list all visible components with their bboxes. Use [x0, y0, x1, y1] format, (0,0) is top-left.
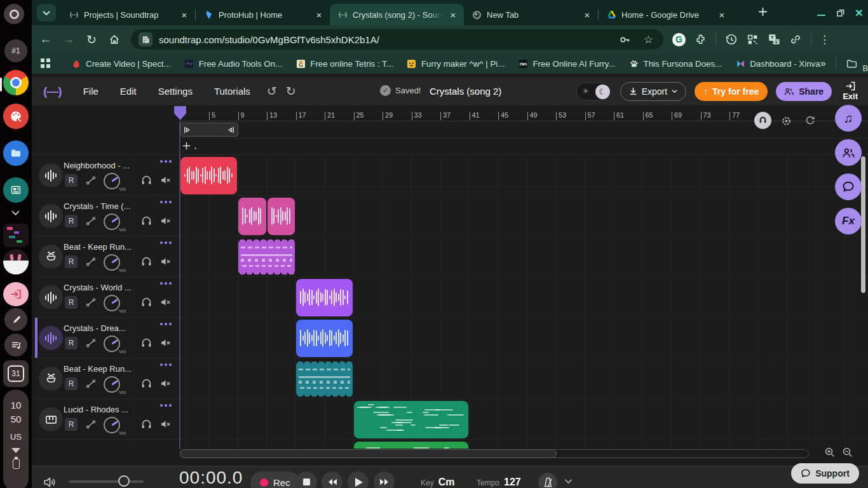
track-menu-button[interactable]: [160, 160, 172, 163]
reload-button[interactable]: ↻: [83, 32, 100, 47]
undo-button[interactable]: ↺: [267, 84, 277, 98]
playlist-icon[interactable]: [4, 334, 27, 356]
track-row[interactable]: Beat - Keep Run...RVol: [35, 236, 180, 277]
bookmarks-overflow-icon[interactable]: »: [820, 58, 825, 69]
export-button[interactable]: Export: [620, 82, 686, 101]
clip-audio[interactable]: [268, 198, 295, 235]
url-text[interactable]: soundtrap.com/studio/0GvMgBGfTv6sh5xhDK2…: [159, 34, 611, 45]
track-menu-button[interactable]: [160, 241, 172, 244]
track-volume-knob[interactable]: Vol: [104, 254, 120, 271]
collaborators-panel-button[interactable]: [835, 139, 862, 166]
track-menu-button[interactable]: [160, 363, 172, 366]
track-automation-button[interactable]: [86, 379, 96, 389]
chrome-icon[interactable]: [3, 70, 29, 95]
timeline-grid[interactable]: [180, 154, 868, 449]
rewind-button[interactable]: [322, 471, 342, 488]
tempo-selector[interactable]: Tempo127: [477, 477, 521, 488]
support-button[interactable]: Support: [791, 463, 859, 484]
track-row[interactable]: Crystals - Time (...RVol: [35, 196, 180, 236]
track-name[interactable]: Beat - Keep Run...: [64, 242, 132, 252]
window-minimize-button[interactable]: [817, 10, 825, 17]
tab-close-button[interactable]: ×: [581, 9, 593, 20]
track-instrument-button[interactable]: [39, 326, 63, 350]
track-mute-button[interactable]: [160, 297, 171, 308]
bookmark-star-icon[interactable]: ☆: [644, 33, 653, 46]
fast-forward-button[interactable]: [374, 471, 395, 488]
track-automation-button[interactable]: [86, 175, 96, 186]
bookmark-item[interactable]: This Fursona Does...: [629, 58, 722, 69]
grammarly-extension-icon[interactable]: G: [672, 33, 686, 46]
menu-tutorials[interactable]: Tutorials: [214, 86, 250, 97]
history-icon[interactable]: [725, 33, 738, 46]
track-row[interactable]: Lucid - Rhodes ...RVol: [35, 399, 180, 440]
home-button[interactable]: [105, 34, 123, 45]
bookmark-item[interactable]: Create Video | Spect...: [71, 58, 171, 69]
window-thumbnail-icon[interactable]: [3, 224, 29, 247]
track-solo-headphones-button[interactable]: [141, 256, 152, 267]
bookmark-item[interactable]: Free Audio Tools On...: [184, 58, 283, 69]
track-automation-button[interactable]: [86, 338, 96, 348]
loop-region[interactable]: [180, 123, 238, 137]
track-name[interactable]: Neighborhood - ...: [64, 161, 130, 170]
zoom-out-button[interactable]: [842, 447, 853, 458]
track-record-arm-button[interactable]: R: [65, 337, 78, 349]
all-bookmarks-button[interactable]: All Bookmarks: [846, 54, 868, 73]
track-mute-button[interactable]: [160, 378, 171, 389]
browser-menu-icon[interactable]: ⋮: [819, 33, 830, 46]
track-volume-knob[interactable]: Vol: [104, 295, 120, 311]
menu-file[interactable]: File: [83, 86, 98, 97]
project-title[interactable]: Crystals (song 2): [430, 86, 501, 97]
tab-close-button[interactable]: ×: [447, 9, 459, 20]
track-volume-knob[interactable]: Vol: [104, 173, 120, 189]
add-track-button[interactable]: [182, 141, 191, 151]
news-app-icon[interactable]: [3, 177, 29, 203]
logout-icon[interactable]: [3, 282, 29, 306]
horizontal-scrollbar[interactable]: [180, 449, 809, 458]
chat-panel-button[interactable]: [835, 173, 862, 200]
track-record-arm-button[interactable]: R: [65, 215, 78, 227]
bookmark-item[interactable]: ZMOFree Online AI Furry...: [518, 58, 615, 69]
track-automation-button[interactable]: [86, 257, 96, 267]
track-mute-button[interactable]: [160, 337, 171, 348]
browser-tab[interactable]: New Tab×: [464, 4, 598, 25]
window-restore-button[interactable]: [836, 8, 845, 18]
window-close-button[interactable]: ×: [855, 8, 863, 18]
track-mute-button[interactable]: [160, 175, 171, 186]
speaker-icon[interactable]: [43, 475, 57, 488]
track-name[interactable]: Crystals - Time (...: [64, 201, 130, 211]
translate-icon[interactable]: [768, 33, 780, 46]
paint-app-icon[interactable]: [3, 104, 29, 129]
clip-loop[interactable]: [296, 360, 353, 398]
pen-tool-icon[interactable]: [4, 308, 27, 331]
stop-button[interactable]: [296, 471, 317, 488]
link-icon[interactable]: [789, 33, 802, 46]
workspace-badge[interactable]: #1: [4, 39, 27, 62]
theme-toggle[interactable]: ☀ ☾: [576, 83, 612, 100]
files-app-icon[interactable]: [3, 140, 29, 166]
track-solo-headphones-button[interactable]: [141, 378, 152, 389]
album-art-icon[interactable]: [3, 249, 29, 274]
track-menu-button[interactable]: [160, 201, 172, 203]
track-menu-button[interactable]: [160, 282, 172, 285]
browser-tab[interactable]: (—)Crystals (song 2) - Soundtra×: [330, 4, 464, 25]
track-record-arm-button[interactable]: R: [65, 296, 78, 309]
tab-search-button[interactable]: [37, 4, 56, 22]
extensions-puzzle-icon[interactable]: [695, 34, 707, 46]
play-button[interactable]: [348, 471, 369, 488]
track-automation-button[interactable]: [86, 216, 96, 226]
track-record-arm-button[interactable]: R: [65, 255, 78, 268]
track-instrument-button[interactable]: [39, 407, 63, 431]
loop-toggle-button[interactable]: [805, 116, 815, 126]
track-automation-button[interactable]: [86, 419, 96, 430]
loops-panel-button[interactable]: ♫: [835, 105, 862, 132]
track-row[interactable]: Crystals - World ...RVol: [35, 277, 180, 318]
bookmark-item[interactable]: GFree online Tetris : T...: [295, 58, 393, 69]
clip-midi[interactable]: [354, 442, 468, 449]
track-record-arm-button[interactable]: R: [65, 418, 78, 431]
track-row[interactable]: Beat - Keep Run...RVol: [35, 358, 180, 399]
track-menu-button[interactable]: [160, 404, 172, 407]
volume-thumb[interactable]: [118, 475, 130, 487]
track-solo-headphones-button[interactable]: [141, 337, 152, 348]
track-name[interactable]: Lucid - Rhodes ...: [64, 405, 128, 414]
track-instrument-button[interactable]: [39, 245, 63, 269]
